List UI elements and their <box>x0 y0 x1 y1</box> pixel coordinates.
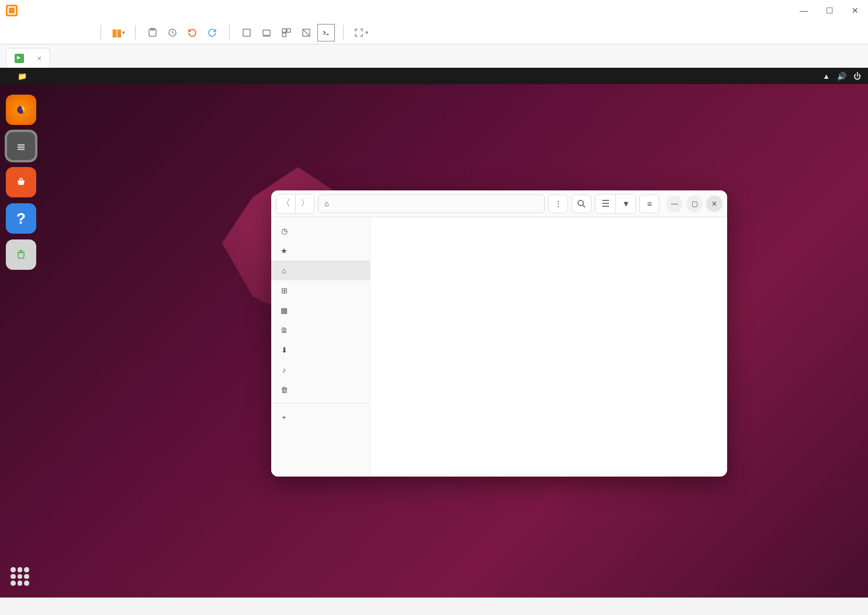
kebab-menu-button[interactable]: ⋮ <box>548 194 568 213</box>
svg-rect-3 <box>243 29 250 36</box>
dock-files[interactable] <box>6 131 36 161</box>
close-button[interactable]: ✕ <box>848 4 862 18</box>
home-icon: ⌂ <box>324 199 329 208</box>
gnome-topbar: 📁 ▲ 🔊 ⏻ <box>0 68 868 84</box>
sidebar-item-documents[interactable]: 🗎 <box>271 320 370 340</box>
console-button[interactable] <box>317 24 335 41</box>
dock-help[interactable]: ? <box>6 203 36 234</box>
files-window: 〈 〉 ⌂ ⋮ ☰ ▾ ≡ — ▢ ✕ ◷ <box>271 190 727 477</box>
files-sidebar: ◷ ★ ⌂ ⊞ ▦ 🗎 ⬇ ♪ 🗑 + <box>271 217 371 477</box>
sidebar-item-pictures[interactable]: ▦ <box>271 300 370 320</box>
view-console-icon[interactable] <box>258 24 275 41</box>
ubuntu-dock: ? <box>2 91 39 273</box>
view-single-icon[interactable] <box>238 24 255 41</box>
sidebar-item-music[interactable]: ♪ <box>271 360 370 380</box>
vmware-statusbar <box>0 597 868 615</box>
search-button[interactable] <box>572 194 592 213</box>
sidebar-item-trash[interactable]: 🗑 <box>271 380 370 399</box>
files-headerbar: 〈 〉 ⌂ ⋮ ☰ ▾ ≡ — ▢ ✕ <box>271 190 727 217</box>
vmware-menubar: ▮▮▾ ▾ <box>0 21 868 44</box>
volume-icon[interactable]: 🔊 <box>837 72 846 81</box>
menu-view[interactable] <box>39 30 50 35</box>
dock-firefox[interactable] <box>6 95 36 125</box>
fullscreen-button[interactable]: ▾ <box>352 24 369 41</box>
home-icon: ⌂ <box>279 266 289 275</box>
sidebar-item-home[interactable]: ⌂ <box>271 260 370 280</box>
vm-running-icon <box>15 54 24 63</box>
svg-rect-8 <box>282 33 286 36</box>
sidebar-item-videos[interactable]: ⊞ <box>271 280 370 300</box>
nav-forward-button[interactable]: 〉 <box>295 194 314 213</box>
document-icon: 🗎 <box>279 326 289 335</box>
clock-icon: ◷ <box>279 227 289 235</box>
window-maximize-button[interactable]: ▢ <box>686 196 703 212</box>
file-grid[interactable] <box>371 217 727 477</box>
view-multi-icon[interactable] <box>278 24 295 41</box>
svg-rect-14 <box>18 149 25 150</box>
ubuntu-desktop[interactable]: 📁 ▲ 🔊 ⏻ ? <box>0 68 868 597</box>
unity-icon[interactable] <box>298 24 315 41</box>
dock-software[interactable] <box>6 167 36 197</box>
menu-tabs[interactable] <box>67 30 78 35</box>
window-close-button[interactable]: ✕ <box>706 196 722 212</box>
places-menu[interactable]: 📁 <box>18 72 27 81</box>
image-icon: ▦ <box>279 306 289 315</box>
svg-rect-7 <box>287 29 291 32</box>
show-applications[interactable] <box>11 567 29 586</box>
vmware-titlebar: — ☐ ✕ <box>0 0 868 21</box>
hamburger-menu-button[interactable]: ≡ <box>639 194 659 213</box>
vmware-logo-icon <box>6 5 18 16</box>
window-minimize-button[interactable]: — <box>666 196 683 212</box>
svg-rect-13 <box>18 147 25 148</box>
svg-rect-6 <box>282 29 286 32</box>
path-bar[interactable]: ⌂ <box>318 194 545 213</box>
nav-back-button[interactable]: 〈 <box>276 194 295 213</box>
svg-point-15 <box>20 251 23 253</box>
network-icon[interactable]: ▲ <box>822 72 830 81</box>
download-icon: ⬇ <box>279 346 289 355</box>
music-icon: ♪ <box>279 366 289 374</box>
plus-icon: + <box>279 413 289 422</box>
menu-file[interactable] <box>11 30 22 35</box>
svg-line-10 <box>303 29 310 36</box>
snapshot-icon[interactable] <box>144 24 161 41</box>
star-icon: ★ <box>279 246 289 255</box>
power-icon[interactable]: ⏻ <box>853 72 861 81</box>
minimize-button[interactable]: — <box>797 4 811 18</box>
svg-line-17 <box>583 205 585 207</box>
pause-vm-button[interactable]: ▮▮▾ <box>109 24 127 41</box>
svg-point-16 <box>578 200 583 206</box>
menu-help[interactable] <box>81 30 92 35</box>
sidebar-item-starred[interactable]: ★ <box>271 241 370 260</box>
svg-rect-12 <box>18 144 25 145</box>
revert-icon[interactable] <box>184 24 201 41</box>
sidebar-item-downloads[interactable]: ⬇ <box>271 340 370 360</box>
maximize-button[interactable]: ☐ <box>822 4 836 18</box>
trash-icon: 🗑 <box>279 385 289 394</box>
view-list-button[interactable]: ☰ <box>596 194 615 213</box>
snapshot-forward-icon[interactable] <box>203 24 221 41</box>
menu-edit[interactable] <box>25 30 36 35</box>
sidebar-item-other[interactable]: + <box>271 407 370 427</box>
svg-rect-4 <box>263 30 270 35</box>
snapshot-manager-icon[interactable] <box>164 24 181 41</box>
video-icon: ⊞ <box>279 286 289 295</box>
menu-vm[interactable] <box>53 30 64 35</box>
vm-tabbar: × <box>0 44 868 68</box>
vm-tab[interactable]: × <box>6 48 50 68</box>
dock-trash[interactable] <box>6 239 36 270</box>
sidebar-item-recent[interactable]: ◷ <box>271 221 370 241</box>
view-dropdown-button[interactable]: ▾ <box>615 194 635 213</box>
tab-close-icon[interactable]: × <box>37 54 42 63</box>
